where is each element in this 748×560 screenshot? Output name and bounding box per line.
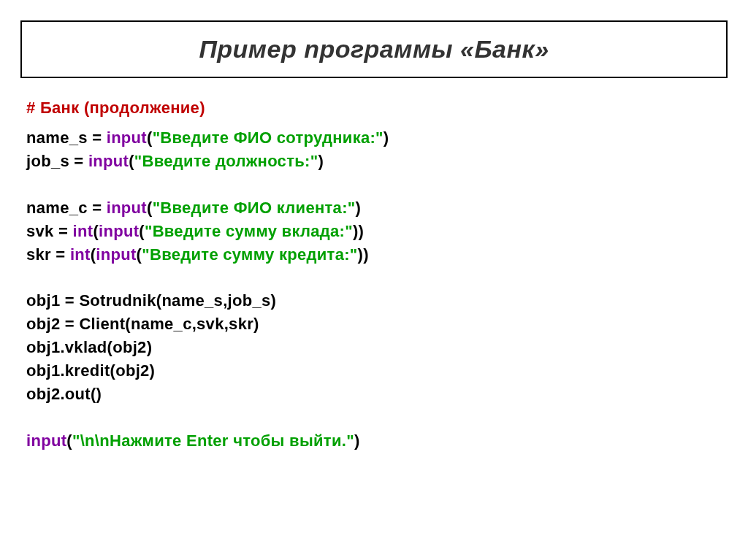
fn-int: int [70,245,91,264]
title-box: Пример программы «Банк» [20,20,728,78]
code-line-5: skr = int(input("Введите сумму кредита:"… [26,243,728,266]
fn-input: input [99,222,139,240]
string-literal: "Введите сумму кредита:" [142,245,357,264]
blank-line [26,266,728,289]
code-line-2: job_s = input("Введите должность:") [26,150,728,173]
code-line-1: name_s = input("Введите ФИО сотрудника:"… [26,126,728,150]
fn-input: input [107,199,147,217]
code-line-11: input("\n\nНажмите Enter чтобы выйти.") [26,429,728,453]
string-literal: "\n\nНажмите Enter чтобы выйти." [72,431,354,450]
fn-input: input [88,152,129,170]
slide-subtitle: # Банк (продолжение) [26,99,728,118]
blank-line [26,173,728,196]
code-line-3: name_c = input("Введите ФИО клиента:") [26,196,728,220]
string-literal: "Введите ФИО сотрудника:" [153,129,383,147]
code-block: name_s = input("Введите ФИО сотрудника:"… [26,126,728,453]
slide-title: Пример программы «Банк» [29,35,719,64]
fn-input: input [26,431,66,450]
fn-input: input [107,129,147,147]
string-literal: "Введите сумму вклада:" [145,222,353,240]
fn-int: int [73,222,94,240]
blank-line [26,406,728,429]
string-literal: "Введите должность:" [134,152,318,170]
code-line-9: obj1.kredit(obj2) [26,359,728,383]
code-line-8: obj1.vklad(obj2) [26,336,728,359]
code-line-6: obj1 = Sotrudnik(name_s,job_s) [26,289,728,312]
code-line-7: obj2 = Client(name_c,svk,skr) [26,312,728,336]
code-line-4: svk = int(input("Введите сумму вклада:")… [26,220,728,243]
code-line-10: obj2.out() [26,383,728,406]
slide-container: Пример программы «Банк» # Банк (продолже… [0,0,748,467]
string-literal: "Введите ФИО клиента:" [153,199,356,217]
fn-input: input [96,245,136,264]
